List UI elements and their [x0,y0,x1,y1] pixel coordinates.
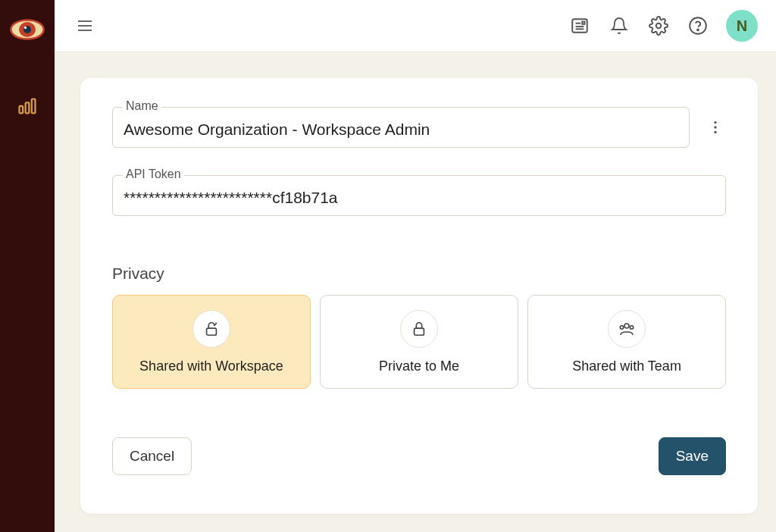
svg-point-15 [656,23,662,29]
privacy-section-title: Privacy [112,264,726,283]
cancel-button[interactable]: Cancel [112,437,192,475]
help-icon[interactable] [687,14,709,37]
svg-rect-14 [582,22,584,24]
svg-point-3 [24,27,27,29]
svg-rect-22 [415,328,424,335]
name-field-wrap: Name [112,107,690,148]
privacy-option-private[interactable]: Private to Me [320,295,518,389]
team-icon [608,310,646,348]
privacy-option-label: Shared with Workspace [139,358,283,374]
app-logo[interactable] [0,0,55,59]
svg-rect-21 [207,328,217,335]
svg-rect-6 [32,99,36,114]
content-area: Name API Token [55,52,776,532]
cancel-button-label: Cancel [130,448,174,465]
privacy-option-label: Shared with Team [572,358,681,374]
token-field-wrap: API Token [112,175,726,216]
svg-rect-5 [26,102,30,113]
save-button-label: Save [676,448,709,465]
topbar: N [55,0,776,52]
sidebar-item-analytics[interactable] [0,82,55,130]
sidebar [0,0,55,532]
more-menu-button[interactable] [705,117,726,138]
settings-panel: Name API Token [80,78,758,514]
svg-point-24 [620,325,623,328]
topbar-actions: N [568,10,758,42]
svg-rect-4 [20,106,23,113]
bell-icon[interactable] [608,14,630,37]
name-label: Name [123,99,161,113]
token-input[interactable] [112,175,726,216]
panel-footer: Cancel Save [112,437,726,475]
svg-point-16 [690,17,706,34]
news-icon[interactable] [568,14,591,37]
lock-icon [400,310,438,348]
svg-point-20 [714,131,716,133]
menu-toggle[interactable] [73,14,97,38]
svg-point-18 [714,121,716,124]
svg-point-25 [630,325,633,328]
unlock-icon [192,310,230,348]
privacy-option-label: Private to Me [379,358,459,374]
svg-point-19 [714,126,716,128]
avatar-initial: N [737,17,747,35]
privacy-option-shared-workspace[interactable]: Shared with Workspace [112,295,311,389]
name-input[interactable] [112,107,690,148]
privacy-option-shared-team[interactable]: Shared with Team [527,295,726,389]
gear-icon[interactable] [647,14,670,37]
privacy-options: Shared with Workspace Private to Me [112,295,726,389]
svg-point-23 [624,324,629,328]
main-area: N Name [55,0,776,532]
token-label: API Token [123,167,184,181]
avatar[interactable]: N [726,10,758,42]
svg-point-17 [697,30,699,31]
save-button[interactable]: Save [659,437,726,475]
